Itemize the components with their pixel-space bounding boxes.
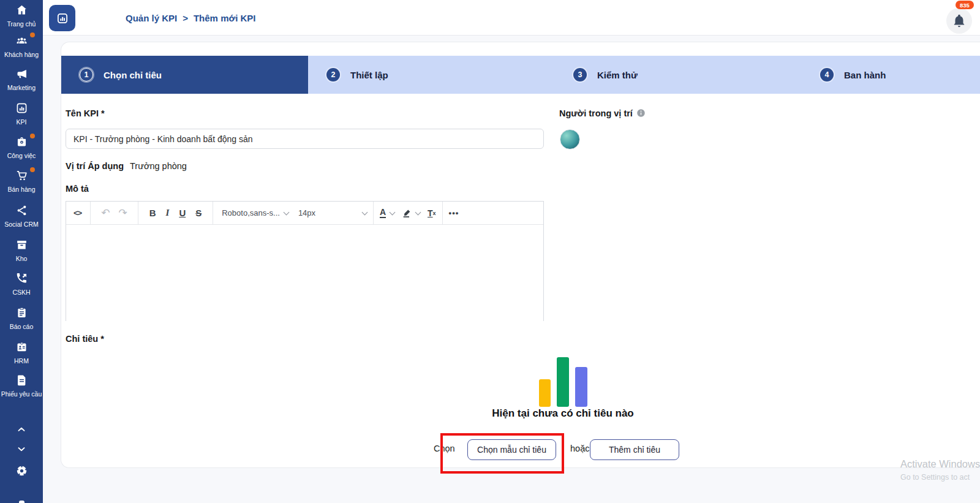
choose-template-button[interactable]: Chọn mẫu chỉ tiêu (467, 439, 556, 460)
document-icon (14, 374, 29, 387)
position-applied-row: Vị trí Áp dụng Trưởng phòng (66, 161, 187, 171)
step-number: 1 (80, 68, 93, 81)
position-applied-value: Trưởng phòng (130, 161, 187, 171)
sidebar-item-reports[interactable]: Báo cáo (0, 306, 43, 331)
people-icon (14, 34, 29, 48)
empty-state-title: Hiện tại chưa có chỉ tiêu nào (440, 407, 685, 420)
step-number: 2 (326, 68, 340, 81)
sidebar-item-hrm[interactable]: HRM (0, 341, 43, 365)
clear-format-x: x (433, 210, 436, 216)
step-3-kiem-thu[interactable]: 3 Kiểm thử (555, 56, 802, 94)
notification-dot (30, 32, 35, 37)
step-label: Chọn chỉ tiêu (104, 70, 162, 80)
sidebar-item-label: HRM (0, 357, 43, 365)
chevron-down-icon (14, 444, 29, 457)
breadcrumb-parent[interactable]: Quản lý KPI (126, 13, 177, 23)
person-in-position-text: Người trong vị trí (559, 108, 633, 118)
editor-toolbar: <> ↶ ↷ B I U S Roboto,sans-s... 14px A T… (66, 202, 543, 225)
step-1-chon-chi-tieu[interactable]: 1 Chọn chỉ tiêu (61, 56, 308, 94)
breadcrumb-current: Thêm mới KPI (194, 13, 256, 23)
sidebar-item-label: Báo cáo (0, 323, 43, 331)
sidebar-scroll-up[interactable] (0, 424, 43, 437)
description-editor-body[interactable] (66, 225, 543, 321)
sidebar-item-label: CSKH (0, 289, 43, 297)
breadcrumb: Quản lý KPI > Thêm mới KPI (126, 0, 255, 36)
font-size-dropdown[interactable]: 14px (298, 208, 367, 217)
megaphone-icon (14, 67, 29, 81)
toolbar-separator (90, 202, 91, 224)
sidebar-scroll-down[interactable] (0, 444, 43, 457)
partial-icon (19, 501, 24, 503)
step-4-ban-hanh[interactable]: 4 Ban hành (802, 56, 980, 94)
kpi-name-label: Tên KPI * (66, 108, 105, 118)
chevron-up-icon (14, 424, 29, 437)
kpi-form-card: 1 Chọn chỉ tiêu 2 Thiết lập 3 Kiểm thử 4… (61, 42, 980, 468)
toolbar-separator (213, 202, 213, 224)
stepper: 1 Chọn chỉ tiêu 2 Thiết lập 3 Kiểm thử 4… (61, 56, 980, 94)
choose-prefix-text: Chọn (434, 444, 455, 453)
bell-icon (952, 13, 967, 28)
kpi-app-tile[interactable] (49, 5, 75, 31)
cart-icon (14, 169, 29, 183)
sidebar-item-social-crm[interactable]: Social CRM (0, 204, 43, 229)
bold-button[interactable]: B (149, 208, 156, 218)
person-in-position-label: Người trong vị trí (559, 108, 646, 118)
undo-button[interactable]: ↶ (101, 206, 110, 219)
share-icon (14, 204, 29, 217)
sidebar-item-tasks[interactable]: Công việc (0, 135, 43, 160)
chevron-down-icon[interactable] (415, 209, 421, 215)
font-family-value: Roboto,sans-s... (222, 208, 280, 217)
sidebar-item-request-tickets[interactable]: Phiếu yêu cầu (0, 374, 43, 398)
sidebar-item-marketing[interactable]: Marketing (0, 67, 43, 92)
chevron-down-icon[interactable] (390, 209, 396, 215)
sidebar-item-kpi[interactable]: KPI (0, 102, 43, 126)
add-target-button[interactable]: Thêm chỉ tiêu (590, 439, 679, 460)
toolbar-separator (138, 202, 138, 224)
empty-bar-blue (575, 367, 587, 407)
kpi-name-input[interactable] (66, 129, 544, 149)
sidebar-support[interactable] (0, 464, 43, 480)
notification-badge: 835 (956, 1, 974, 9)
code-view-button[interactable]: <> (74, 208, 81, 217)
archive-box-icon (14, 238, 29, 252)
clipboard-icon (14, 306, 29, 320)
notification-bell-button[interactable] (946, 8, 972, 34)
sidebar-item-label: Trang chủ (0, 20, 43, 28)
sidebar-item-label: Công việc (0, 152, 43, 160)
kpi-chart-icon (56, 12, 69, 25)
notification-dot (30, 167, 35, 172)
italic-button[interactable]: I (166, 208, 170, 218)
font-family-dropdown[interactable]: Roboto,sans-s... (222, 208, 288, 217)
kpi-chart-icon (14, 102, 29, 115)
avatar[interactable] (560, 129, 580, 149)
sidebar-item-label: Phiếu yêu cầu (0, 390, 43, 398)
step-label: Thiết lập (350, 70, 388, 80)
info-icon[interactable] (636, 108, 646, 118)
empty-bar-green (557, 357, 569, 407)
underline-button[interactable]: U (179, 208, 186, 218)
more-tools-button[interactable]: ••• (449, 208, 459, 217)
toolbar-separator (373, 202, 374, 224)
text-color-button[interactable]: A (380, 208, 386, 218)
strikethrough-button[interactable]: S (195, 208, 202, 218)
sidebar-item-label: Marketing (0, 84, 43, 92)
briefcase-icon (14, 135, 29, 149)
sidebar-item-customers[interactable]: Khách hàng (0, 34, 43, 59)
sidebar-item-label: Bán hàng (0, 186, 43, 194)
clear-format-t: T (428, 208, 433, 218)
sidebar-item-cskh[interactable]: CSKH (0, 272, 43, 297)
or-text: hoặc (570, 444, 589, 453)
step-2-thiet-lap[interactable]: 2 Thiết lập (308, 56, 555, 94)
highlight-color-button[interactable] (402, 208, 412, 218)
description-label: Mô tả (66, 184, 89, 194)
chevron-down-icon (361, 209, 368, 215)
description-editor: <> ↶ ↷ B I U S Roboto,sans-s... 14px A T… (66, 201, 544, 321)
redo-button[interactable]: ↷ (118, 206, 127, 219)
sidebar-item-warehouse[interactable]: Kho (0, 238, 43, 263)
sidebar-item-home[interactable]: Trang chủ (0, 4, 43, 28)
clear-formatting-button[interactable]: Tx (428, 208, 436, 218)
sidebar-item-sales[interactable]: Bán hàng (0, 169, 43, 194)
sidebar-item-label: KPI (0, 118, 43, 126)
home-icon (14, 4, 29, 17)
step-label: Ban hành (844, 70, 886, 80)
